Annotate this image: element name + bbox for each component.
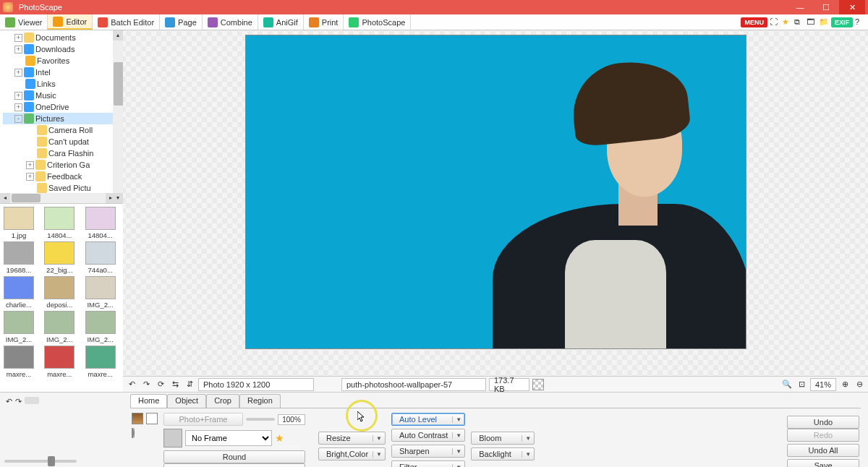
- redo-button[interactable]: Redo: [787, 429, 859, 442]
- rotate-icon[interactable]: ⟳: [155, 379, 166, 390]
- swatch-2[interactable]: [146, 413, 158, 424]
- window-maximize-button[interactable]: ☐: [813, 0, 839, 14]
- tab-editor[interactable]: Editor: [48, 14, 93, 30]
- resize-button[interactable]: Resize▼: [318, 432, 386, 445]
- thumbnails-grid[interactable]: 1.jpg14804...14804...19688...22_big...74…: [1, 207, 122, 378]
- flip-v-icon[interactable]: ⇵: [184, 379, 195, 390]
- undo-icon[interactable]: ↶: [126, 379, 137, 390]
- ptab-region[interactable]: Region: [239, 394, 281, 408]
- tab-viewer[interactable]: Viewer: [0, 14, 48, 30]
- tree-item-saved-pictu[interactable]: Saved Pictu: [3, 182, 123, 194]
- sharpen-button[interactable]: Sharpen▼: [391, 445, 465, 458]
- tree-item-criterion-ga[interactable]: +Criterion Ga: [3, 159, 123, 171]
- scroll-right-arrow-icon[interactable]: ▸: [106, 193, 116, 203]
- folder-tree[interactable]: +Documents+DownloadsFavorites+IntelLinks…: [0, 30, 123, 204]
- frame-amount-slider[interactable]: [246, 418, 275, 421]
- photo-preview[interactable]: [245, 35, 746, 349]
- tree-item-onedrive[interactable]: +OneDrive: [3, 101, 123, 113]
- tab-page[interactable]: Page: [160, 14, 203, 30]
- scroll-left-arrow-icon[interactable]: ◂: [0, 193, 10, 203]
- filter-button[interactable]: Filter▼: [391, 460, 465, 467]
- tree-item-favorites[interactable]: Favorites: [3, 55, 123, 67]
- thumb-img_2-[interactable]: IMG_2...: [1, 311, 36, 343]
- tab-batch-editor[interactable]: Batch Editor: [93, 14, 160, 30]
- auto-level-button[interactable]: Auto Level▼: [391, 413, 465, 426]
- canvas-wrap[interactable]: [123, 30, 868, 376]
- fullscreen-icon[interactable]: ⛶: [770, 17, 780, 27]
- tree-item-downloads[interactable]: +Downloads: [3, 43, 123, 55]
- tree-item-documents[interactable]: +Documents: [3, 32, 123, 43]
- auto-contrast-button[interactable]: Auto Contrast▼: [391, 429, 465, 442]
- bloom-button[interactable]: Bloom▼: [471, 432, 535, 445]
- tab-print[interactable]: Print: [304, 14, 344, 30]
- help-icon[interactable]: ?: [855, 17, 865, 27]
- tree-item-intel[interactable]: +Intel: [3, 67, 123, 78]
- star-icon[interactable]: ★: [782, 17, 792, 27]
- margin-button[interactable]: Margin: [163, 463, 305, 467]
- expand-icon[interactable]: +: [14, 34, 22, 42]
- zoom-out-icon[interactable]: ⊖: [854, 379, 865, 390]
- round-button[interactable]: Round: [163, 450, 305, 463]
- redo-icon[interactable]: ↷: [140, 379, 152, 390]
- tree-item-pictures[interactable]: -Pictures: [3, 113, 123, 124]
- thumb-19688-[interactable]: 19688...: [1, 241, 36, 274]
- save-button[interactable]: Save: [787, 459, 859, 467]
- thumb-14804-[interactable]: 14804...: [83, 207, 118, 239]
- photo-frame-button[interactable]: Photo+Frame: [163, 413, 243, 426]
- copy-icon[interactable]: ⧉: [794, 17, 804, 27]
- thumb-deposi-[interactable]: deposi...: [42, 276, 77, 309]
- menu-badge[interactable]: MENU: [741, 17, 767, 27]
- expand-icon[interactable]: +: [26, 173, 34, 181]
- tree-hscrollbar[interactable]: ◂ ▸: [0, 193, 116, 203]
- expand-icon[interactable]: -: [14, 115, 22, 123]
- expand-icon[interactable]: +: [14, 103, 22, 111]
- ptab-home[interactable]: Home: [130, 394, 167, 408]
- thumb-img_2-[interactable]: IMG_2...: [83, 276, 118, 309]
- flip-h-icon[interactable]: ⇆: [169, 379, 181, 390]
- thumb-size-slider[interactable]: [4, 460, 77, 463]
- chevron-down-icon[interactable]: ▼: [522, 435, 531, 442]
- zoom-fit-icon[interactable]: 🔍: [781, 379, 793, 390]
- thumb-maxre-[interactable]: maxre...: [83, 346, 118, 378]
- image-icon[interactable]: 🗔: [807, 17, 817, 27]
- thumb-maxre-[interactable]: maxre...: [42, 346, 77, 378]
- rotate-right-icon[interactable]: ↷: [15, 397, 22, 406]
- window-minimize-button[interactable]: —: [787, 0, 813, 14]
- ptab-crop[interactable]: Crop: [206, 394, 239, 408]
- chevron-down-icon[interactable]: ▼: [452, 432, 461, 439]
- thumb-744a0-[interactable]: 744a0...: [83, 241, 118, 274]
- chevron-down-icon[interactable]: ▼: [452, 448, 461, 455]
- slider-thumb[interactable]: [48, 456, 55, 466]
- expand-icon[interactable]: +: [26, 161, 34, 169]
- tree-item-music[interactable]: +Music: [3, 90, 123, 101]
- zoom-in-icon[interactable]: ⊕: [839, 379, 851, 390]
- frame-favorite-icon[interactable]: ★: [275, 432, 284, 444]
- frame-select[interactable]: No Frame: [185, 430, 272, 446]
- thumb-22_big-[interactable]: 22_big...: [42, 241, 77, 274]
- chevron-down-icon[interactable]: ▼: [522, 451, 531, 458]
- transparency-icon[interactable]: [532, 379, 544, 390]
- frame-pct[interactable]: 100%: [278, 414, 305, 425]
- bright-color-button[interactable]: Bright,Color▼: [318, 447, 386, 460]
- thumb-charlie-[interactable]: charlie...: [1, 276, 36, 309]
- chevron-down-icon[interactable]: ▼: [452, 464, 461, 468]
- tree-hscroll-thumb[interactable]: [12, 194, 41, 202]
- thumb-1-jpg[interactable]: 1.jpg: [1, 207, 36, 239]
- swatch-1[interactable]: [132, 413, 143, 424]
- thumb-img_2-[interactable]: IMG_2...: [83, 311, 118, 343]
- thumb-img_2-[interactable]: IMG_2...: [42, 311, 77, 343]
- chevron-down-icon[interactable]: ▼: [373, 451, 382, 458]
- tab-combine[interactable]: Combine: [203, 14, 258, 30]
- ptab-object[interactable]: Object: [167, 394, 206, 408]
- tab-anigif[interactable]: AniGif: [258, 14, 304, 30]
- exif-badge[interactable]: EXIF: [831, 17, 853, 27]
- expand-icon[interactable]: +: [14, 69, 22, 77]
- tree-item-links[interactable]: Links: [3, 78, 123, 90]
- scroll-up-arrow-icon[interactable]: ▴: [113, 30, 123, 40]
- tree-item-feedback[interactable]: +Feedback: [3, 171, 123, 182]
- swatch-4[interactable]: [133, 428, 135, 438]
- mini-slider[interactable]: [25, 397, 39, 404]
- tree-vscrollbar[interactable]: ▴ ▾: [113, 30, 123, 203]
- backlight-button[interactable]: Backlight▼: [471, 447, 535, 460]
- expand-icon[interactable]: +: [14, 92, 22, 100]
